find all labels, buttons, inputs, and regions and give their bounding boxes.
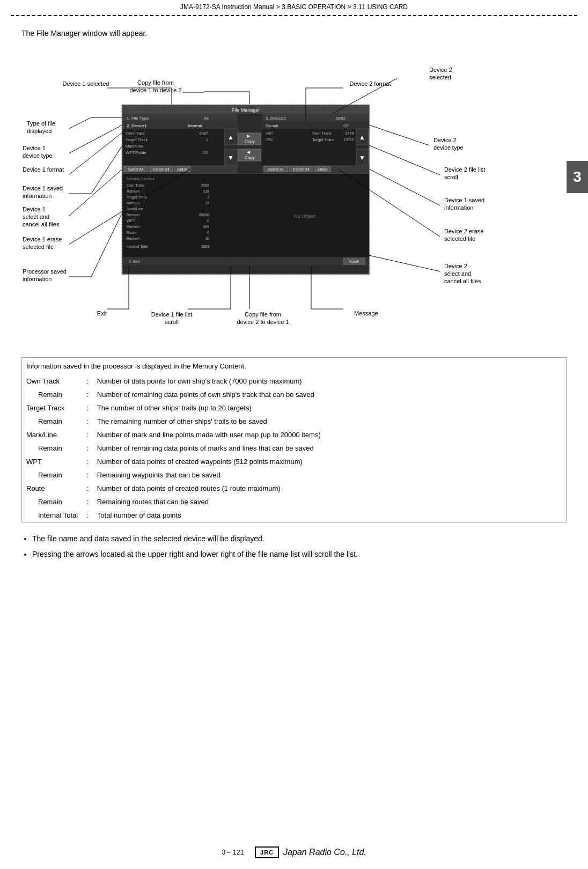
svg-text:Copy: Copy: [245, 139, 255, 144]
page-number: 3－121: [222, 848, 244, 857]
diagram-section: File Manager 1. File Type All 2. Device1…: [21, 46, 567, 357]
svg-text:device type: device type: [433, 144, 464, 151]
svg-text:0.  Exit: 0. Exit: [129, 259, 141, 264]
svg-text:WPT: WPT: [127, 219, 135, 223]
svg-text:2682: 2682: [201, 183, 209, 187]
svg-text:1TGT: 1TGT: [344, 137, 355, 142]
svg-text:20000: 20000: [199, 213, 210, 217]
svg-text:CF: CF: [343, 123, 349, 128]
bullet-list: The file name and data saved in the sele…: [32, 533, 567, 560]
table-row: Own Track : Number of data points for ow…: [22, 374, 567, 388]
desc-target-track: The number of other ships' trails (up to…: [93, 401, 567, 415]
svg-text:scroll: scroll: [165, 319, 179, 325]
svg-text:Device 1: Device 1: [23, 206, 46, 212]
chapter-number: 3: [573, 168, 582, 186]
term-mark-line: Mark/Line: [22, 428, 83, 441]
svg-text:Processor saved: Processor saved: [23, 268, 67, 275]
svg-text:Remain: Remain: [127, 225, 139, 229]
desc-remain-1: The remaining number of other ships' tra…: [93, 415, 567, 428]
svg-text:3. Device2: 3. Device2: [266, 116, 286, 121]
svg-line-106: [69, 125, 122, 153]
svg-text:Mark/Line: Mark/Line: [127, 207, 143, 211]
svg-text:Remain: Remain: [127, 237, 139, 240]
svg-text:Device 1 saved: Device 1 saved: [23, 185, 63, 192]
svg-text:Route: Route: [127, 231, 137, 234]
svg-text:2687: 2687: [199, 131, 208, 136]
term-target-track: Target Track: [22, 401, 83, 415]
svg-text:Target Track: Target Track: [312, 137, 335, 142]
term-remain-2: Remain: [22, 441, 83, 455]
svg-text:Own Track: Own Track: [126, 131, 145, 136]
svg-text:1. File Type: 1. File Type: [127, 116, 149, 121]
table-row: Remain : The remaining number of other s…: [22, 415, 567, 428]
svg-text:Memory Content: Memory Content: [127, 177, 155, 181]
svg-text:Device 1 format: Device 1 format: [23, 166, 64, 173]
svg-text:Erase: Erase: [318, 167, 327, 171]
term-remain-3: Remain: [22, 468, 83, 482]
svg-text:▼: ▼: [227, 154, 234, 161]
svg-text:Scroll: Scroll: [349, 260, 359, 263]
svg-text:19: 19: [205, 201, 209, 205]
term-own-track: Own Track: [22, 374, 83, 388]
svg-text:WPT/Route: WPT/Route: [126, 150, 146, 155]
table-row: Internal Total : Total number of data po…: [22, 509, 567, 522]
svg-text:Device 2 erase: Device 2 erase: [444, 228, 483, 234]
table-row: Remain : Number of remaining data points…: [22, 388, 567, 401]
breadcrumb-text: JMA-9172-SA Instruction Manual > 3.BASIC…: [180, 3, 408, 11]
svg-rect-84: [122, 257, 369, 266]
term-remain-1: Remain: [22, 415, 83, 428]
svg-text:0: 0: [207, 219, 209, 223]
table-row: Mark/Line : Number of mark and line poin…: [22, 428, 567, 441]
main-content: The File Manager window will appear. Fil…: [0, 18, 588, 581]
svg-text:▲: ▲: [227, 134, 234, 141]
svg-text:Device 1 erase: Device 1 erase: [23, 236, 62, 242]
svg-text:▲: ▲: [359, 134, 365, 141]
svg-text:displayed: displayed: [27, 128, 52, 134]
svg-text:▶: ▶: [247, 134, 251, 138]
svg-text:Cancel All: Cancel All: [292, 167, 310, 171]
svg-text:select and: select and: [23, 213, 49, 220]
svg-text:◀: ◀: [247, 150, 251, 154]
svg-text:cancel all files: cancel all files: [23, 221, 60, 227]
svg-rect-40: [262, 129, 356, 165]
svg-text:Remain: Remain: [127, 189, 139, 193]
svg-text:Copy file from: Copy file from: [137, 79, 174, 86]
svg-text:Format: Format: [266, 123, 279, 128]
svg-text:Cancel All: Cancel All: [152, 167, 170, 171]
svg-line-139: [369, 125, 429, 145]
svg-text:1: 1: [206, 137, 208, 142]
table-row: WPT : Number of data points of created w…: [22, 455, 567, 468]
svg-text:All: All: [204, 116, 209, 121]
footer: 3－121 JRC Japan Radio Co., Ltd.: [0, 846, 588, 858]
svg-text:cancel all files: cancel all files: [444, 278, 481, 284]
svg-text:information: information: [23, 193, 52, 199]
svg-line-145: [369, 169, 440, 205]
svg-text:Device 2: Device 2: [444, 263, 467, 269]
svg-text:information: information: [23, 276, 52, 282]
svg-line-111: [91, 145, 122, 194]
desc-route: Number of data points of created routes …: [93, 482, 567, 495]
svg-text:scroll: scroll: [444, 174, 458, 180]
svg-text:Copy: Copy: [245, 155, 255, 160]
svg-text:0/0: 0/0: [203, 150, 208, 155]
info-intro-row: Information saved in the processor is di…: [22, 358, 567, 375]
list-item: Pressing the arrows located at the upper…: [32, 549, 567, 560]
term-internal-total: Internal Total: [22, 509, 83, 522]
term-wpt: WPT: [22, 455, 83, 468]
svg-text:Own Track: Own Track: [312, 131, 332, 136]
desc-own-track: Number of data points for own ship's tra…: [93, 374, 567, 388]
svg-line-109: [69, 132, 122, 175]
term-remain-4: Remain: [22, 495, 83, 509]
desc-remain-4: Remaining routes that can be saved: [93, 495, 567, 509]
intro-text: The File Manager window will appear.: [21, 29, 567, 38]
svg-text:selected file: selected file: [23, 244, 54, 250]
svg-text:selected: selected: [429, 74, 451, 80]
svg-text:Device 1 selected: Device 1 selected: [63, 80, 109, 87]
svg-text:Internal: Internal: [188, 123, 202, 128]
svg-text:information: information: [444, 204, 473, 211]
svg-text:Internal Total: Internal Total: [127, 245, 148, 248]
svg-text:10: 10: [205, 237, 209, 240]
svg-text:selected file: selected file: [444, 235, 475, 242]
svg-text:Remain: Remain: [127, 213, 139, 217]
svg-text:2. Device1: 2. Device1: [127, 123, 147, 128]
